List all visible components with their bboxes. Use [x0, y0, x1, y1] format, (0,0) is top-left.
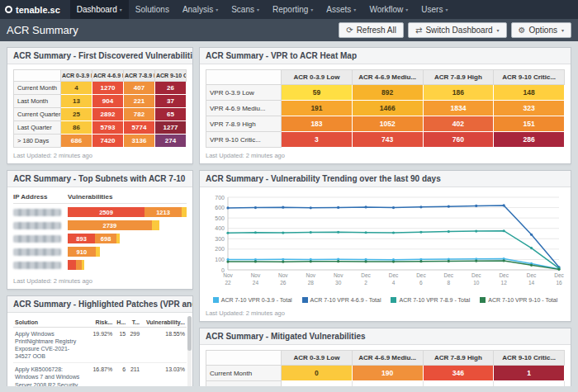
vulnerability-bar[interactable]: 910: [68, 247, 187, 257]
value-cell[interactable]: 0: [494, 381, 565, 387]
switch-dashboard-button[interactable]: ⇄ Switch Dashboard ▾: [408, 22, 507, 38]
vulnerability-bar[interactable]: [68, 260, 187, 270]
value-cell[interactable]: 5793: [92, 121, 124, 135]
value-cell[interactable]: 760: [423, 132, 494, 148]
data-point: [282, 232, 284, 234]
value-cell[interactable]: 407: [124, 82, 155, 95]
column-header: Risk...: [89, 318, 114, 328]
value-cell[interactable]: 1834: [423, 101, 494, 116]
tenable-logo-icon: [5, 6, 12, 13]
nav-item-dashboard[interactable]: Dashboard▾: [70, 0, 129, 19]
value-cell[interactable]: 0: [282, 381, 353, 387]
scrollbar-thumb[interactable]: [187, 316, 192, 351]
value-cell[interactable]: 686: [61, 135, 92, 148]
value-cell[interactable]: 37: [155, 95, 187, 108]
value-cell[interactable]: 1052: [352, 116, 423, 132]
bar-segment[interactable]: [152, 220, 160, 230]
x-axis-tick-label: 14: [528, 280, 535, 286]
value-cell[interactable]: 2892: [92, 108, 124, 121]
value-cell[interactable]: 274: [155, 135, 187, 148]
value-cell[interactable]: 1270: [92, 82, 124, 95]
bar-segment[interactable]: [96, 247, 100, 257]
value-cell[interactable]: 4: [61, 82, 92, 95]
bar-segment[interactable]: [82, 260, 84, 270]
bar-segment[interactable]: [76, 260, 82, 270]
nav-item-scans[interactable]: Scans▾: [225, 0, 266, 19]
value-cell[interactable]: 86: [61, 121, 92, 135]
bar-segment[interactable]: [182, 207, 187, 217]
table-row: Apply Windows PrintNightmare Registry Ex…: [13, 328, 187, 363]
options-button[interactable]: ⚙ Options ▾: [511, 22, 571, 38]
scrollbar[interactable]: [187, 316, 192, 386]
value-cell[interactable]: 221: [124, 95, 155, 108]
bar-segment[interactable]: [68, 260, 76, 270]
right-column: ACR Summary - VPR to ACR Heat Map ACR 0-…: [199, 47, 571, 386]
vulnerability-bar[interactable]: 25091213: [68, 207, 187, 217]
value-cell[interactable]: 0: [282, 366, 353, 381]
nav-item-workflow[interactable]: Workflow▾: [362, 0, 415, 19]
solution-cell[interactable]: Apply KB5006728: Windows 7 and Windows S…: [13, 363, 89, 386]
top-nav: tenable.sc Dashboard▾SolutionsAnalysis▾S…: [0, 0, 578, 19]
bar-segment[interactable]: 698: [95, 234, 116, 243]
value-cell[interactable]: 25: [61, 108, 92, 121]
nav-item-reporting[interactable]: Reporting▾: [266, 0, 320, 19]
bar-segment[interactable]: 2509: [68, 207, 144, 217]
value-cell[interactable]: 186: [423, 85, 494, 101]
nav-item-solutions[interactable]: Solutions: [129, 0, 176, 19]
legend-item[interactable]: ACR 7-10 VPR 7-8.9 - Total: [391, 297, 470, 303]
value-cell[interactable]: 782: [124, 108, 155, 121]
value-cell[interactable]: 1466: [352, 101, 423, 116]
nav-item-users[interactable]: Users▾: [415, 0, 454, 19]
value-cell[interactable]: 1: [494, 366, 565, 381]
x-axis-tick-label: Nov: [278, 272, 288, 278]
legend-item[interactable]: ACR 7-10 VPR 0-3.9 - Total: [213, 297, 292, 303]
data-point: [392, 260, 395, 262]
value-cell[interactable]: 323: [494, 101, 565, 116]
data-point: [254, 206, 257, 209]
x-axis-tick-label: 2: [364, 280, 367, 286]
refresh-all-button[interactable]: ⟳ Refresh All: [339, 22, 404, 38]
legend-item[interactable]: ACR 7-10 VPR 9-10 - Total: [480, 297, 557, 303]
legend-label: ACR 7-10 VPR 0-3.9 - Total: [221, 297, 292, 303]
value-cell[interactable]: 402: [423, 116, 494, 132]
value-cell[interactable]: 904: [92, 95, 124, 108]
value-cell[interactable]: 3: [282, 132, 353, 148]
bar-segment[interactable]: [116, 234, 120, 243]
value-cell[interactable]: 13: [61, 95, 92, 108]
value-cell[interactable]: 191: [282, 101, 353, 116]
value-cell[interactable]: 743: [352, 132, 423, 148]
data-point: [364, 205, 367, 208]
value-cell[interactable]: 5774: [124, 121, 155, 135]
value-cell[interactable]: 1277: [155, 121, 187, 135]
value-cell[interactable]: 59: [282, 85, 353, 101]
vulnerability-bar[interactable]: 2739: [68, 220, 187, 230]
solution-cell[interactable]: Apply Windows PrintNightmare Registry Ex…: [13, 328, 89, 363]
value-cell[interactable]: 7420: [92, 135, 124, 148]
bar-segment[interactable]: 893: [68, 234, 95, 243]
gear-icon: ⚙: [519, 26, 526, 35]
value-cell[interactable]: 151: [494, 116, 565, 132]
value-cell[interactable]: 65: [155, 108, 187, 121]
value-cell[interactable]: 183: [282, 116, 353, 132]
value-cell[interactable]: 148: [494, 85, 565, 101]
legend-item[interactable]: ACR 7-10 VPR 4-6.9 - Total: [302, 297, 381, 303]
value-cell[interactable]: 190: [352, 366, 423, 381]
data-point: [448, 260, 450, 262]
value-cell[interactable]: 0: [423, 381, 494, 387]
value-cell[interactable]: 26: [155, 82, 187, 95]
value-cell[interactable]: 892: [352, 85, 423, 101]
value-cell[interactable]: 3136: [124, 135, 155, 148]
nav-item-assets[interactable]: Assets▾: [320, 0, 362, 19]
data-point: [503, 229, 505, 232]
bar-segment[interactable]: 1213: [144, 207, 182, 217]
value-cell[interactable]: 346: [423, 366, 494, 381]
bar-segment[interactable]: 2739: [68, 220, 152, 230]
column-header: Vulnerability...: [141, 318, 187, 328]
value-cell[interactable]: 286: [494, 132, 565, 148]
vulnerability-bar[interactable]: 893698: [68, 234, 187, 243]
value-cell[interactable]: 0: [352, 381, 423, 387]
nav-item-analysis[interactable]: Analysis▾: [176, 0, 225, 19]
bar-segment[interactable]: 910: [68, 247, 96, 257]
brand-logo[interactable]: tenable.sc: [5, 5, 60, 15]
corner-cell: [14, 70, 61, 82]
